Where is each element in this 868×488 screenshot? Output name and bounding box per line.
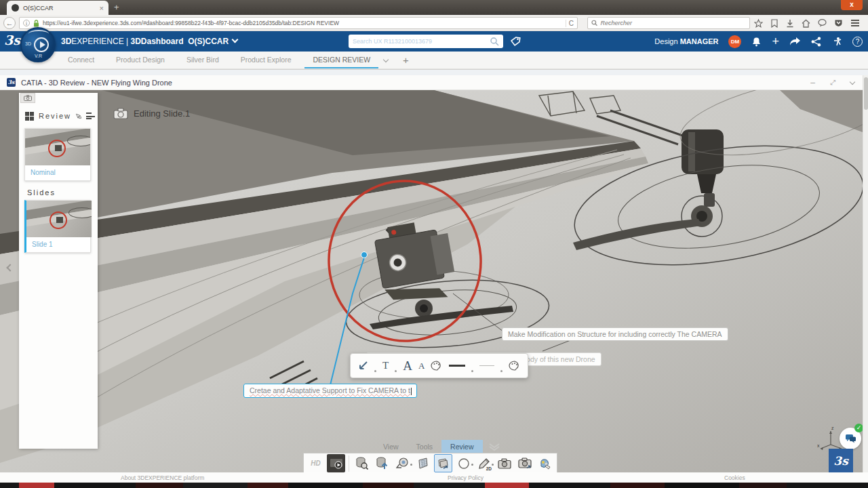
dropdown-dot-icon[interactable] [395,370,397,372]
leader-anchor-point[interactable] [361,252,368,258]
tab-chevron-down-icon[interactable] [383,56,389,62]
platform-search-box[interactable] [349,35,503,48]
platform-header: 3s 3DEXPERIENCE | 3DDashboard O(S)CCAR D… [0,31,868,52]
3d-scene[interactable] [0,90,863,472]
sidebar-menu-icon[interactable] [86,113,92,119]
new-tab-button[interactable]: + [114,3,119,12]
3dexperience-compass-icon[interactable]: 3D V.R [20,27,56,62]
draw-2d-button[interactable]: 2D [475,454,493,472]
text-tool-icon[interactable]: T [382,360,389,371]
capture-cube-button[interactable] [434,454,452,472]
window-close-button[interactable]: x [841,0,863,10]
slide1-thumbnail [26,201,92,237]
measure-tool-button[interactable] [393,454,412,472]
database-search-button[interactable] [353,454,371,472]
tab-tools[interactable]: Tools [408,440,442,453]
people-compass-icon[interactable] [831,37,842,47]
tab-connect[interactable]: Connect [60,52,102,68]
dropdown-dot-icon[interactable] [492,464,494,466]
tab-review[interactable]: Review [441,440,482,453]
chat-bubble-icon[interactable] [818,19,827,27]
camera-snapshot-button[interactable] [495,454,513,472]
line-style-icon[interactable] [479,365,494,366]
axis-x-label: x [817,443,820,448]
nominal-thumbnail-card[interactable]: Nominal [24,128,91,181]
user-name[interactable]: Design MANAGER [654,37,718,45]
browser-search-box[interactable] [587,17,750,29]
line-color-palette-icon[interactable] [509,361,521,371]
footer-cookies-link[interactable]: Cookies [724,474,745,481]
sidebar-camera-tab[interactable] [20,93,35,103]
url-field[interactable]: i https://eu1-ifwe.3dexperience.3ds.com/… [19,17,578,29]
dropdown-dot-icon[interactable] [500,370,502,372]
slide1-thumbnail-card[interactable]: Slide 1 [24,200,91,253]
bookmark-star-icon[interactable] [754,19,763,28]
platform-search-input[interactable] [353,38,490,45]
catia-window-bar: 3s CATIA - 3D Review - NEW Flying Wing D… [0,75,868,90]
chevron-down-icon[interactable] [232,37,239,43]
camera-icon [24,95,32,101]
home-icon[interactable] [802,19,810,28]
scrollbar-thumb[interactable] [864,77,868,110]
tab-title: O(S)CCAR [23,5,96,12]
minimize-icon[interactable]: – [810,78,815,87]
hd-mode-button[interactable]: HD [307,454,325,472]
double-chevron-icon[interactable] [488,443,500,451]
play-presentation-button[interactable] [327,454,345,472]
nominal-label[interactable]: Nominal [25,165,90,180]
line-thickness-icon[interactable] [449,365,465,367]
pocket-icon[interactable] [770,19,778,28]
annotation-camera-edit-box[interactable]: Cretae and Adaptative Support to Fix CAM… [243,384,417,398]
back-button[interactable]: ← [3,17,16,29]
site-info-icon[interactable]: i [23,20,30,26]
grid-view-icon[interactable] [25,112,34,121]
notifications-bell-icon[interactable] [751,37,762,47]
footer-privacy-link[interactable]: Privacy Policy [448,474,484,481]
context-name[interactable]: O(S)CCAR [188,37,229,46]
dropdown-dot-icon[interactable] [374,370,376,372]
add-tab-button[interactable]: + [403,54,409,66]
camera-update-button[interactable] [515,454,534,472]
menu-icon[interactable] [850,19,860,27]
tab-silver-bird[interactable]: Silver Bird [178,52,227,68]
tab-design-review[interactable]: DESIGN REVIEW [304,52,378,68]
font-decrease-icon[interactable]: A [418,361,425,371]
search-icon[interactable] [490,37,499,46]
shield-icon[interactable] [834,19,843,27]
tab-product-design[interactable]: Product Design [108,52,173,68]
dropdown-dot-icon[interactable] [410,464,412,466]
select-pointer-icon[interactable] [76,112,81,121]
page-scrollbar[interactable] [863,75,868,472]
footer-about-link[interactable]: About 3DEXPERIENCE platform [121,474,204,481]
text-color-palette-icon[interactable] [431,361,443,371]
camera-icon [113,108,128,119]
3d-viewport[interactable]: Review Nominal Slides Slide 1 [0,90,863,472]
lock-icon [33,20,39,27]
expand-icon[interactable]: ⤢ [830,79,835,87]
user-avatar[interactable]: DM [728,35,741,48]
forward-arrow-icon[interactable] [789,37,801,46]
annotation-structure-note[interactable]: Make Modification on Structure for inclu… [502,327,728,341]
database-upload-button[interactable] [373,454,391,472]
add-icon[interactable]: + [772,37,779,46]
dropdown-dot-icon[interactable] [471,464,473,466]
font-increase-icon[interactable]: A [403,359,412,373]
circle-annotation-button[interactable] [454,454,473,472]
tab-close-icon[interactable]: × [100,4,104,12]
mesh-section-button[interactable] [414,454,432,472]
tag-icon[interactable] [510,36,521,47]
apply-style-button[interactable] [536,454,554,472]
browser-tab[interactable]: O(S)CCAR × [7,1,108,15]
tab-view[interactable]: View [374,440,408,453]
review-sidebar: Review Nominal Slides Slide 1 [19,93,98,449]
share-icon[interactable] [811,37,821,47]
browser-search-input[interactable] [600,20,746,26]
tab-product-explore[interactable]: Product Explore [233,52,300,68]
slide1-label[interactable]: Slide 1 [26,237,90,252]
collapse-chevron-icon[interactable] [850,79,855,84]
dropdown-dot-icon[interactable] [471,370,473,372]
help-icon[interactable]: ? [852,37,863,47]
download-icon[interactable] [786,19,794,28]
reload-icon[interactable]: C [566,20,574,27]
leader-arrow-icon[interactable] [357,361,368,371]
